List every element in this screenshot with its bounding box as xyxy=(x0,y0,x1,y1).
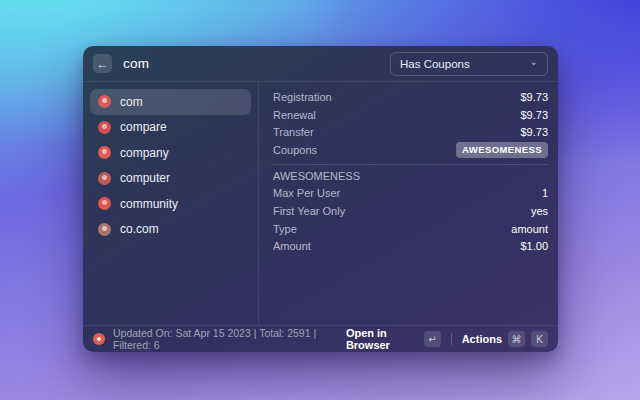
favicon-icon xyxy=(98,197,111,210)
detail-row-label: Coupons xyxy=(273,144,317,156)
favicon-icon xyxy=(98,172,111,185)
favicon-icon xyxy=(98,223,111,236)
detail-row-value: $9.73 xyxy=(520,126,548,138)
detail-row-value: amount xyxy=(511,223,548,235)
content-area: comcomparecompanycomputercommunityco.com… xyxy=(83,82,558,325)
sidebar-item-label: co.com xyxy=(120,222,159,236)
status-text: Updated On: Sat Apr 15 2023 | Total: 259… xyxy=(113,327,346,351)
sidebar-item-com[interactable]: com xyxy=(90,89,251,115)
detail-row: Renewal$9.73 xyxy=(273,106,548,124)
detail-row-value: $1.00 xyxy=(520,240,548,252)
detail-row-value: $9.73 xyxy=(520,109,548,121)
detail-row: Max Per User1 xyxy=(273,184,548,202)
actions-button[interactable]: Actions xyxy=(462,333,502,345)
k-key-icon: K xyxy=(531,331,548,347)
detail-row-label: First Year Only xyxy=(273,205,345,217)
detail-row-value: yes xyxy=(531,205,548,217)
detail-panel: Registration$9.73Renewal$9.73Transfer$9.… xyxy=(259,82,558,325)
detail-row-label: Registration xyxy=(273,91,332,103)
command-key-icon: ⌘ xyxy=(508,331,525,347)
detail-section-title: AWESOMENESS xyxy=(273,167,548,185)
favicon-icon xyxy=(98,95,111,108)
footer-actions: Open in Browser ↵ Actions ⌘ K xyxy=(346,327,548,351)
detail-rows-section: Max Per User1First Year OnlyyesTypeamoun… xyxy=(273,184,548,255)
detail-row-value: 1 xyxy=(542,187,548,199)
search-input[interactable]: com xyxy=(123,56,149,71)
detail-row: Amount$1.00 xyxy=(273,238,548,256)
chevron-down-icon: ⌄ xyxy=(530,57,538,67)
detail-row: Registration$9.73 xyxy=(273,88,548,106)
header-bar: ← com Has Coupons ⌄ xyxy=(83,46,558,82)
detail-row: Transfer$9.73 xyxy=(273,123,548,141)
detail-row: First Year Onlyyes xyxy=(273,202,548,220)
detail-row-label: Max Per User xyxy=(273,187,340,199)
filter-dropdown[interactable]: Has Coupons ⌄ xyxy=(390,52,548,76)
sidebar-list: comcomparecompanycomputercommunityco.com xyxy=(83,82,259,325)
sidebar-item-community[interactable]: community xyxy=(90,191,251,217)
sidebar-item-computer[interactable]: computer xyxy=(90,166,251,192)
extension-icon xyxy=(93,333,105,345)
sidebar-item-co.com[interactable]: co.com xyxy=(90,217,251,243)
open-in-browser-button[interactable]: Open in Browser xyxy=(346,327,418,351)
sidebar-item-label: company xyxy=(120,146,169,160)
sidebar-item-label: com xyxy=(120,95,143,109)
back-button[interactable]: ← xyxy=(93,54,112,73)
sidebar-item-company[interactable]: company xyxy=(90,140,251,166)
detail-row-label: Renewal xyxy=(273,109,316,121)
detail-row-label: Type xyxy=(273,223,297,235)
footer-divider xyxy=(451,333,452,345)
section-divider xyxy=(273,164,548,165)
detail-row: CouponsAWESOMENESS xyxy=(273,141,548,159)
filter-dropdown-value: Has Coupons xyxy=(400,58,470,70)
favicon-icon xyxy=(98,146,111,159)
detail-row-label: Amount xyxy=(273,240,311,252)
detail-row: Typeamount xyxy=(273,220,548,238)
sidebar-item-label: computer xyxy=(120,171,170,185)
favicon-icon xyxy=(98,121,111,134)
footer-bar: Updated On: Sat Apr 15 2023 | Total: 259… xyxy=(83,325,558,352)
back-arrow-icon: ← xyxy=(97,57,109,71)
sidebar-item-label: community xyxy=(120,197,178,211)
enter-key-icon: ↵ xyxy=(424,331,441,347)
sidebar-item-compare[interactable]: compare xyxy=(90,115,251,141)
detail-row-value: $9.73 xyxy=(520,91,548,103)
app-window: ← com Has Coupons ⌄ comcomparecompanycom… xyxy=(83,46,558,352)
detail-rows-top: Registration$9.73Renewal$9.73Transfer$9.… xyxy=(273,88,548,159)
coupon-badge: AWESOMENESS xyxy=(456,142,548,158)
sidebar-item-label: compare xyxy=(120,120,167,134)
detail-row-label: Transfer xyxy=(273,126,314,138)
